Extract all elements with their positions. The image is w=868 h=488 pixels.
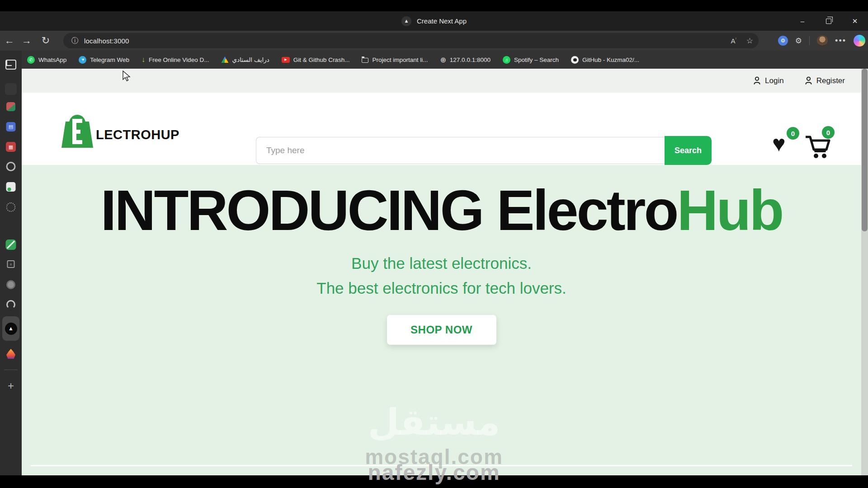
- bookmark-telegram[interactable]: ➤ Telegram Web: [79, 56, 129, 64]
- browser-titlebar: ▲ Create Next App – ✕: [0, 11, 868, 31]
- bookmark-spotify[interactable]: ♫ Spotify – Search: [503, 56, 559, 64]
- url-text[interactable]: localhost:3000: [84, 37, 129, 45]
- shopping-bag-logo-icon: [61, 110, 93, 149]
- sheet-app-icon[interactable]: [6, 182, 16, 192]
- browser-toolbar: ← → ↻ ⓘ localhost:3000 A⁾ ☆ ⚙ ⚙ •••: [0, 31, 868, 51]
- google-drive-icon: [221, 56, 228, 63]
- search-bar: Search: [256, 137, 712, 165]
- login-link[interactable]: Login: [753, 76, 784, 85]
- hero-subtitle-1: Buy the latest electronics.: [22, 254, 861, 272]
- read-aloud-icon[interactable]: A⁾: [731, 37, 736, 45]
- cart-count-badge: 0: [822, 126, 835, 139]
- globe-icon: ⊕: [440, 56, 446, 64]
- hero-subtitle-2: The best electronics for tech lovers.: [22, 279, 861, 297]
- letterbox-top: [0, 0, 868, 11]
- bookmark-github[interactable]: GitHub - Kuzma02/...: [571, 56, 639, 64]
- screenshot-root: ▲ Create Next App – ✕ ← → ↻ ⓘ localhost:…: [0, 0, 868, 488]
- close-button[interactable]: ✕: [842, 11, 868, 31]
- mouse-cursor: [122, 70, 131, 82]
- toolbar-right: ⚙ ⚙ •••: [778, 31, 865, 51]
- refresh-button[interactable]: ↻: [38, 31, 53, 51]
- hero-title-accent: Hub: [677, 178, 783, 242]
- letterbox-bottom: [0, 475, 868, 488]
- download-icon: ↓: [142, 56, 145, 64]
- browser-sidebar: ▤ ▦ ≡ ▲ +: [0, 51, 22, 475]
- wishlist-count-badge: 0: [787, 127, 799, 140]
- restore-button[interactable]: [816, 11, 842, 31]
- medal-app-icon[interactable]: [6, 280, 15, 289]
- add-workspace-button[interactable]: +: [8, 380, 14, 392]
- copilot-icon[interactable]: [854, 35, 865, 47]
- sidebar-divider: [4, 370, 18, 370]
- extension-blue-icon[interactable]: ⚙: [778, 36, 788, 46]
- bookmark-video-downloader[interactable]: ↓ Free Online Video D...: [142, 56, 209, 64]
- toolbar-divider: [809, 36, 810, 45]
- notes-app-icon[interactable]: ≡: [7, 260, 15, 268]
- youtube-icon: ▶: [282, 57, 290, 63]
- spotify-icon: ♫: [503, 56, 510, 64]
- nextjs-favicon-icon: ▲: [401, 16, 411, 26]
- bookmark-google-drive[interactable]: درايف الستادي: [221, 56, 269, 63]
- cart-icon[interactable]: [805, 135, 831, 160]
- extensions-icon[interactable]: ⚙: [795, 36, 802, 46]
- search-input[interactable]: [256, 137, 665, 164]
- github-icon: [571, 56, 579, 64]
- brand-name: LECTROHUP: [96, 127, 179, 149]
- auth-topbar: Login Register: [22, 69, 861, 93]
- section-divider: [31, 465, 852, 466]
- flame-app-icon[interactable]: [6, 349, 15, 359]
- red-app-2-icon[interactable]: ▦: [6, 142, 16, 152]
- tab-center-icon[interactable]: [5, 60, 16, 70]
- nextjs-icon: ▲: [5, 323, 17, 335]
- green-app-icon[interactable]: [6, 239, 16, 250]
- nextjs-active-item[interactable]: ▲: [2, 316, 19, 341]
- shop-now-button[interactable]: SHOP NOW: [387, 315, 496, 345]
- site-logo[interactable]: LECTROHUP: [61, 110, 179, 149]
- telegram-icon: ➤: [79, 56, 86, 64]
- profile-avatar[interactable]: [817, 35, 828, 46]
- restore-icon: [826, 19, 831, 24]
- minimize-button[interactable]: –: [789, 11, 816, 31]
- github-ring-icon[interactable]: [6, 300, 15, 309]
- favorite-star-icon[interactable]: ☆: [746, 36, 753, 46]
- settings-menu-icon[interactable]: •••: [835, 36, 846, 46]
- page-scrollbar[interactable]: [861, 69, 868, 475]
- folder-icon: [362, 58, 368, 63]
- search-button[interactable]: Search: [665, 136, 712, 165]
- webpage-viewport: Login Register LECTRO: [22, 69, 861, 475]
- hero-title: INTRODUCING ElectroHub: [22, 182, 861, 239]
- bookmark-localhost[interactable]: ⊕ 127.0.0.1:8000: [440, 56, 491, 64]
- bookmark-folder[interactable]: Project important li...: [362, 56, 428, 63]
- bookmarks-bar: ✆ WhatsApp ➤ Telegram Web ↓ Free Online …: [22, 51, 868, 69]
- person-icon: [753, 76, 761, 85]
- header-icons: ♥ 0 0: [772, 131, 854, 163]
- register-link[interactable]: Register: [805, 76, 845, 85]
- address-bar-actions: A⁾ ☆: [731, 33, 753, 48]
- person-icon: [805, 76, 812, 85]
- bookmark-whatsapp[interactable]: ✆ WhatsApp: [27, 56, 66, 64]
- back-button[interactable]: ←: [2, 31, 17, 51]
- ghost-app-icon[interactable]: [5, 83, 17, 95]
- scrollbar-thumb[interactable]: [862, 69, 868, 231]
- dotted-circle-icon[interactable]: [6, 202, 16, 212]
- hero-section: INTRODUCING ElectroHub Buy the latest el…: [22, 165, 861, 475]
- forward-button[interactable]: →: [19, 31, 34, 51]
- whatsapp-icon: ✆: [27, 56, 35, 64]
- bookmark-youtube[interactable]: ▶ Git & Github Crash...: [282, 56, 350, 63]
- gray-ring-icon[interactable]: [6, 162, 16, 171]
- window-controls: – ✕: [789, 11, 868, 31]
- wishlist-heart-icon[interactable]: ♥: [772, 132, 786, 155]
- active-tab[interactable]: ▲ Create Next App: [0, 11, 868, 31]
- blue-app-icon[interactable]: ▤: [6, 122, 16, 131]
- site-header: LECTROHUP Search ♥ 0 0: [22, 93, 861, 165]
- site-info-icon[interactable]: ⓘ: [71, 36, 79, 46]
- address-bar[interactable]: ⓘ localhost:3000 A⁾ ☆: [63, 33, 759, 48]
- tab-title: Create Next App: [417, 17, 467, 25]
- red-app-icon[interactable]: [6, 102, 15, 111]
